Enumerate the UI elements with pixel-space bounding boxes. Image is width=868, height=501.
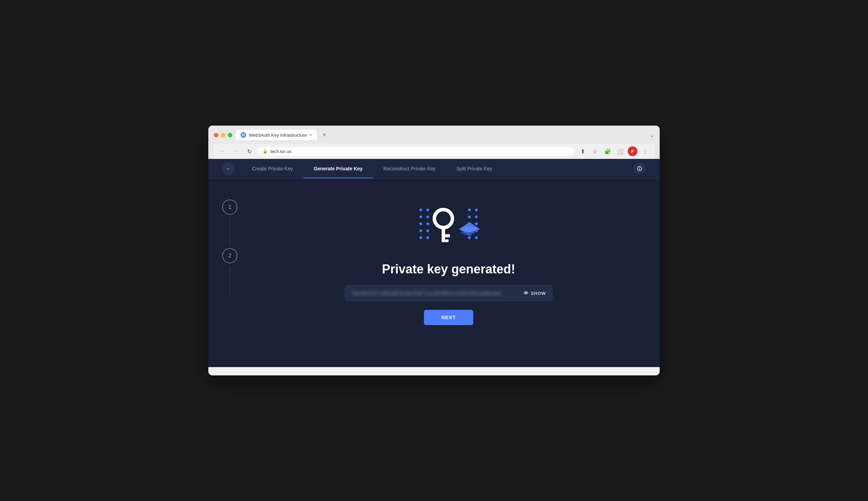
lock-icon: 🔒: [262, 149, 268, 154]
browser-window: W Web3Auth Key Infrastructure × + ⌄ ← → …: [208, 126, 660, 375]
steps-sidebar: 1 2: [222, 193, 237, 353]
show-key-button[interactable]: 👁 SHOW: [524, 290, 546, 296]
refresh-button[interactable]: ↻: [244, 146, 254, 156]
back-button[interactable]: ←: [218, 146, 228, 156]
svg-point-11: [419, 236, 422, 239]
svg-point-4: [426, 209, 429, 211]
browser-chrome: W Web3Auth Key Infrastructure × + ⌄ ← → …: [208, 126, 660, 159]
tab-reconstruct-private-key[interactable]: Reconstruct Private Key: [373, 159, 446, 178]
address-url: tech.tor.us: [270, 149, 291, 154]
svg-point-5: [419, 215, 422, 218]
svg-point-10: [426, 229, 429, 232]
svg-point-7: [419, 222, 422, 225]
traffic-lights: [214, 133, 232, 137]
app-content: ← Create Private Key Generate Private Ke…: [208, 159, 660, 367]
bookmark-button[interactable]: ☆: [590, 146, 600, 156]
key-value: f8e707e59f1305e6819c8a234b71ae185309cb7e…: [351, 291, 518, 296]
maximize-traffic-light[interactable]: [228, 133, 232, 137]
forward-button[interactable]: →: [231, 146, 241, 156]
more-tabs-button[interactable]: ⌄: [650, 132, 654, 138]
key-illustration: [403, 196, 494, 252]
key-display-container: f8e707e59f1305e6819c8a234b71ae185309cb7e…: [344, 285, 553, 302]
main-content: 1 2: [208, 179, 660, 367]
profile-button[interactable]: F: [628, 146, 637, 156]
svg-rect-24: [442, 227, 445, 242]
browser-toolbar: ← → ↻ 🔒 tech.tor.us ⬆ ☆ 🧩 ⬜ F ⋮: [214, 144, 654, 159]
share-button[interactable]: ⬆: [578, 146, 587, 156]
eye-icon: 👁: [524, 290, 529, 296]
svg-point-16: [475, 215, 478, 218]
svg-point-1: [639, 168, 640, 168]
svg-point-14: [475, 209, 478, 211]
step-connector-line-2: [230, 266, 230, 294]
nav-tabs: Create Private Key Generate Private Key …: [242, 159, 633, 178]
address-bar[interactable]: 🔒 tech.tor.us: [258, 147, 574, 156]
new-tab-button[interactable]: +: [320, 130, 329, 140]
next-button[interactable]: NEXT: [424, 310, 473, 325]
extensions-button[interactable]: 🧩: [603, 146, 612, 156]
step-1-circle: 1: [222, 199, 237, 215]
svg-point-18: [475, 222, 478, 225]
generated-title: Private key generated!: [382, 262, 515, 277]
svg-point-12: [426, 236, 429, 239]
tab-close-button[interactable]: ×: [310, 133, 312, 137]
svg-point-6: [426, 215, 429, 218]
svg-point-23: [434, 210, 452, 228]
active-browser-tab[interactable]: W Web3Auth Key Infrastructure ×: [236, 130, 317, 140]
svg-point-8: [426, 222, 429, 225]
center-content: Private key generated! f8e707e59f1305e68…: [251, 193, 646, 353]
svg-point-15: [468, 215, 471, 218]
browser-titlebar: W Web3Auth Key Infrastructure × + ⌄: [214, 130, 654, 140]
toolbar-actions: ⬆ ☆ 🧩 ⬜ F ⋮: [578, 146, 650, 156]
show-label: SHOW: [531, 291, 546, 296]
more-options-button[interactable]: ⋮: [640, 146, 650, 156]
tab-split-private-key[interactable]: Split Private Key: [446, 159, 503, 178]
svg-point-3: [419, 209, 422, 211]
svg-point-9: [419, 229, 422, 232]
svg-point-21: [468, 236, 471, 239]
nav-back-button[interactable]: ←: [222, 162, 235, 175]
step-connector-line: [230, 218, 230, 245]
svg-rect-26: [445, 239, 449, 242]
svg-point-13: [468, 209, 471, 211]
tab-bar: W Web3Auth Key Infrastructure × + ⌄: [236, 130, 654, 140]
app-navigation: ← Create Private Key Generate Private Ke…: [208, 159, 660, 179]
svg-rect-2: [639, 169, 640, 170]
tab-title: Web3Auth Key Infrastructure: [249, 133, 307, 138]
svg-rect-25: [445, 234, 450, 237]
split-view-button[interactable]: ⬜: [615, 146, 625, 156]
tab-favicon: W: [241, 132, 246, 138]
tab-generate-private-key[interactable]: Generate Private Key: [303, 159, 373, 178]
close-traffic-light[interactable]: [214, 133, 218, 137]
minimize-traffic-light[interactable]: [221, 133, 225, 137]
step-2-circle: 2: [222, 248, 237, 263]
tab-create-private-key[interactable]: Create Private Key: [242, 159, 303, 178]
nav-right-button[interactable]: [633, 162, 646, 175]
svg-point-22: [475, 236, 478, 239]
